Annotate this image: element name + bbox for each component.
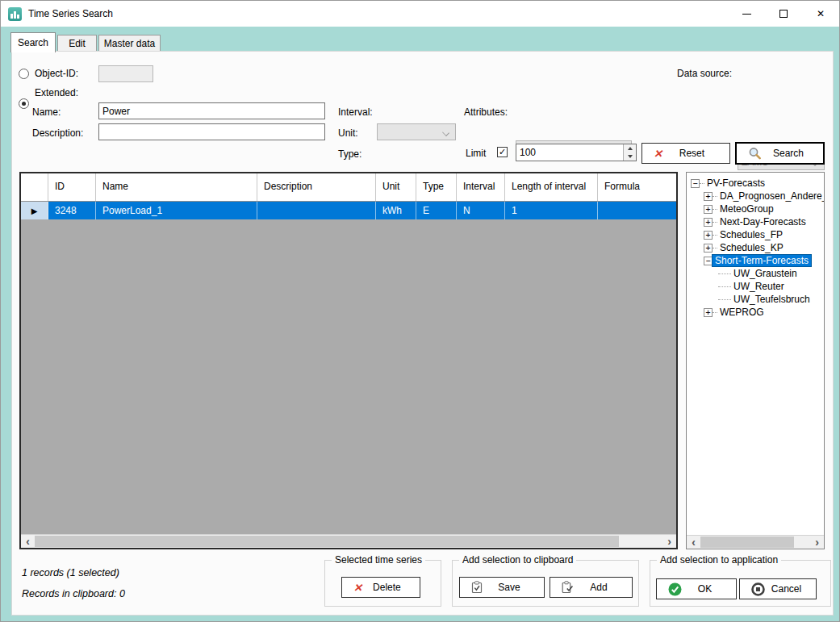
tree-node-label[interactable]: WEPROG xyxy=(717,307,767,318)
add-button[interactable]: Add xyxy=(550,577,633,598)
tree-node-weprog[interactable]: + WEPROG xyxy=(687,306,824,319)
forecast-tree: − PV-Forecasts + DA_Prognosen_Andere_ + … xyxy=(687,173,824,535)
limit-increment-button[interactable] xyxy=(624,144,636,152)
object-id-radio[interactable] xyxy=(19,69,29,79)
limit-checkbox[interactable]: ✓ xyxy=(497,147,508,157)
extended-label: Extended: xyxy=(35,87,78,98)
column-header-unit[interactable]: Unit xyxy=(376,173,416,201)
add-button-label: Add xyxy=(577,582,621,593)
column-header-name[interactable]: Name xyxy=(96,173,257,201)
tree-node-label-selected[interactable]: Short-Term-Forecasts xyxy=(713,255,811,266)
name-input[interactable]: Power xyxy=(98,102,325,119)
tree-node-label[interactable]: MeteoGroup xyxy=(717,203,776,215)
cell-formula xyxy=(598,202,676,219)
table-horizontal-scrollbar[interactable]: ‹ › xyxy=(21,534,676,548)
collapse-icon[interactable]: − xyxy=(691,179,700,188)
expand-icon[interactable]: + xyxy=(704,218,713,227)
limit-decrement-button[interactable] xyxy=(624,152,636,161)
tree-node-pv-forecasts[interactable]: − PV-Forecasts xyxy=(687,177,824,190)
ok-button[interactable]: OK xyxy=(656,578,737,599)
tree-scrollbar-thumb[interactable] xyxy=(700,536,794,548)
expand-icon[interactable]: + xyxy=(704,205,713,214)
tree-node-label[interactable]: DA_Prognosen_Andere_ xyxy=(717,190,824,202)
cancel-stop-icon xyxy=(751,582,765,596)
check-icon: ✓ xyxy=(499,148,506,157)
limit-value: 100 xyxy=(516,144,623,161)
tree-node-label[interactable]: UW_Reuter xyxy=(731,281,787,292)
reset-button[interactable]: ✕ Reset xyxy=(641,143,730,164)
scroll-right-icon[interactable]: › xyxy=(810,536,824,549)
extended-radio[interactable] xyxy=(19,98,29,109)
tree-node-schedules-kp[interactable]: + Schedules_KP xyxy=(687,241,824,254)
tree-node-uw-graustein[interactable]: UW_Graustein xyxy=(687,267,824,280)
search-button-label: Search xyxy=(765,148,812,159)
expand-icon[interactable]: + xyxy=(704,308,713,317)
tree-node-label[interactable]: Schedules_FP xyxy=(717,229,785,240)
tree-node-uw-teufelsbruch[interactable]: UW_Teufelsbruch xyxy=(687,293,824,306)
type-label: Type: xyxy=(338,148,361,160)
tree-node-next-day-forecasts[interactable]: + Next-Day-Forecasts xyxy=(687,215,824,228)
arrow-up-icon xyxy=(628,147,633,150)
cell-type: E xyxy=(416,202,457,219)
tab-search[interactable]: Search xyxy=(10,32,56,52)
tree-node-meteogroup[interactable]: + MeteoGroup xyxy=(687,202,824,215)
tree-node-uw-reuter[interactable]: UW_Reuter xyxy=(687,280,824,293)
expand-icon[interactable]: + xyxy=(704,231,713,240)
close-button[interactable]: ✕ xyxy=(802,1,839,27)
table-scrollbar-thumb[interactable] xyxy=(35,536,619,547)
data-source-label: Data source: xyxy=(677,68,732,79)
interval-select[interactable] xyxy=(377,123,456,140)
tree-node-label[interactable]: UW_Graustein xyxy=(731,268,800,279)
expand-icon[interactable]: + xyxy=(704,244,713,253)
tree-node-label[interactable]: Schedules_KP xyxy=(717,242,786,253)
scroll-left-icon[interactable]: ‹ xyxy=(687,536,700,549)
maximize-icon xyxy=(779,10,788,18)
tree-node-label[interactable]: PV-Forecasts xyxy=(704,177,767,189)
scroll-right-icon[interactable]: › xyxy=(662,535,676,548)
limit-stepper[interactable]: 100 xyxy=(516,144,637,161)
save-button[interactable]: Save xyxy=(459,577,545,598)
description-input[interactable] xyxy=(98,123,325,140)
expand-icon[interactable]: + xyxy=(704,192,713,201)
column-header-description[interactable]: Description xyxy=(257,173,376,201)
delete-button[interactable]: ✕ Delete xyxy=(341,577,420,598)
tree-horizontal-scrollbar[interactable]: ‹ › xyxy=(687,535,824,549)
column-header-type[interactable]: Type xyxy=(416,173,457,201)
red-cross-icon: ✕ xyxy=(353,582,362,594)
minimize-button[interactable] xyxy=(728,1,765,27)
tab-edit[interactable]: Edit xyxy=(57,35,97,52)
cancel-button-label: Cancel xyxy=(768,583,804,595)
collapse-icon[interactable]: − xyxy=(704,257,713,265)
table-row[interactable]: ▶ 3248 PowerLoad_1 kWh E N 1 xyxy=(21,202,676,219)
title-bar: Time Series Search ✕ xyxy=(1,1,839,27)
object-id-input[interactable] xyxy=(98,65,153,82)
table-scrollbar-track[interactable] xyxy=(35,535,662,548)
tree-node-label[interactable]: UW_Teufelsbruch xyxy=(731,294,813,305)
cell-description xyxy=(257,202,376,219)
maximize-button[interactable] xyxy=(765,1,802,27)
window-frame: Search Edit Master data Object-ID: Exten… xyxy=(1,27,839,621)
search-button[interactable]: Search xyxy=(735,142,825,165)
app-window: Time Series Search ✕ Search Edit Master … xyxy=(0,0,840,622)
tree-node-da-prognosen[interactable]: + DA_Prognosen_Andere_ xyxy=(687,190,824,202)
close-icon: ✕ xyxy=(817,8,825,19)
tree-node-label[interactable]: Next-Day-Forecasts xyxy=(717,216,809,228)
scroll-left-icon[interactable]: ‹ xyxy=(21,535,35,548)
ok-check-icon xyxy=(668,582,682,596)
cancel-button[interactable]: Cancel xyxy=(739,578,817,599)
tree-connector xyxy=(718,286,731,287)
table-empty-area xyxy=(21,219,676,534)
cell-length-of-interval: 1 xyxy=(505,202,598,219)
tab-master-data[interactable]: Master data xyxy=(98,35,161,52)
column-header-formula[interactable]: Formula xyxy=(598,173,676,201)
attributes-label: Attributes: xyxy=(464,106,508,118)
object-id-label: Object-ID: xyxy=(35,68,78,79)
tree-scrollbar-track[interactable] xyxy=(700,536,810,549)
limit-label: Limit xyxy=(466,148,486,159)
column-header-length-of-interval[interactable]: Length of interval xyxy=(505,173,598,201)
tree-node-schedules-fp[interactable]: + Schedules_FP xyxy=(687,228,824,241)
tree-node-short-term-forecasts[interactable]: − Short-Term-Forecasts xyxy=(687,254,824,267)
column-header-id[interactable]: ID xyxy=(48,173,96,201)
column-header-interval[interactable]: Interval xyxy=(457,173,505,201)
group-add-to-application: Add selection to application OK Cancel xyxy=(650,560,831,607)
